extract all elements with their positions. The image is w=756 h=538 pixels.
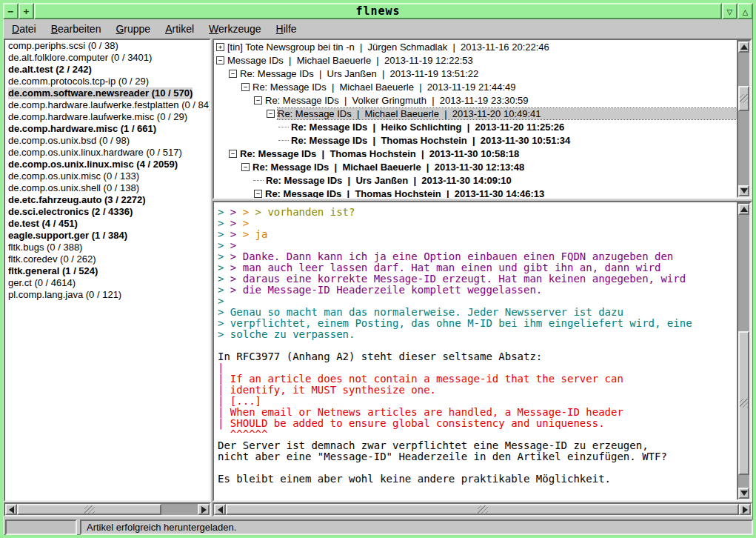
menu-item-datei[interactable]: Datei xyxy=(12,23,36,35)
collapse-icon[interactable]: − xyxy=(229,150,237,158)
newsgroup-label: de.alt.test (2 / 242) xyxy=(8,64,92,76)
newsgroup-row[interactable]: de.alt.folklore.computer (0 / 3401) xyxy=(5,52,210,64)
thread-row[interactable]: −Re: Message IDs | Volker Gringmuth | 20… xyxy=(214,93,737,107)
menu-item-bearbeiten[interactable]: Bearbeiten xyxy=(51,23,101,35)
newsgroup-row[interactable]: de.comp.hardware.laufwerke.misc (0 / 29) xyxy=(5,111,210,123)
newsgroup-row[interactable]: de.test (4 / 451) xyxy=(5,218,210,230)
newsgroup-row[interactable]: de.comp.os.unix.linux.misc (4 / 2059) xyxy=(5,159,210,170)
article-scroll-up-button[interactable] xyxy=(738,204,749,215)
article-vertical-scrollbar[interactable] xyxy=(737,202,751,500)
expand-icon[interactable]: + xyxy=(216,43,224,51)
arrow-down-icon xyxy=(740,188,748,193)
quoted-text: verpflichtet, einem Posting, das ohne M-… xyxy=(230,317,692,329)
newsgroup-row[interactable]: comp.periphs.scsi (0 / 38) xyxy=(5,40,210,52)
newsgroup-horizontal-scrollbar[interactable] xyxy=(4,502,211,517)
menu-item-artikel[interactable]: Artikel xyxy=(165,23,194,35)
thread-row[interactable]: −Message IDs | Michael Baeuerle | 2013-1… xyxy=(214,53,737,67)
thread-label: Re: Message IDs | Thomas Hochstein | 201… xyxy=(265,188,737,199)
thread-scroll-down-button[interactable] xyxy=(738,185,749,196)
thread-scroll-up-button[interactable] xyxy=(738,41,749,53)
thread-row[interactable]: −Re: Message IDs | Michael Baeuerle | 20… xyxy=(214,107,737,120)
menu-item-hilfe[interactable]: Hilfe xyxy=(276,23,297,35)
article-scrollbar-h-thumb[interactable] xyxy=(226,504,739,515)
statusbar: Artikel erfolgreich heruntergeladen. xyxy=(80,519,753,535)
thread-label: Re: Message IDs | Michael Baeuerle | 201… xyxy=(278,108,737,119)
newsgroup-row[interactable]: de.comp.os.unix.linux.hardware (0 / 517) xyxy=(5,147,210,159)
newsgroup-scroll-right-button[interactable] xyxy=(198,504,210,515)
newsgroup-label: de.sci.electronics (2 / 4336) xyxy=(8,206,133,218)
collapse-icon[interactable]: − xyxy=(229,70,237,78)
newsgroup-row[interactable]: de.etc.fahrzeug.auto (3 / 2272) xyxy=(5,194,210,206)
newsgroup-row[interactable]: de.comp.os.unix.misc (0 / 133) xyxy=(5,170,210,182)
newsgroup-row[interactable]: ger.ct (0 / 4614) xyxy=(5,277,210,289)
newsgroup-row[interactable]: pl.comp.lang.java (0 / 121) xyxy=(5,289,210,301)
quote-marker: > xyxy=(243,217,255,229)
quoted-text: Danke. Dann kann ich ja eine Option einb… xyxy=(243,250,674,262)
quoted-text: Genau so macht man das normalerweise. Je… xyxy=(230,306,623,318)
newsgroup-row[interactable]: de.comm.software.newsreader (10 / 570) xyxy=(5,87,210,99)
newsgroup-scroll-left-button[interactable] xyxy=(5,504,17,515)
thread-row[interactable]: −Re: Message IDs | Thomas Hochstein | 20… xyxy=(214,187,737,198)
menu-item-gruppe[interactable]: Gruppe xyxy=(116,23,150,35)
arrow-left-icon xyxy=(9,506,14,514)
thread-row[interactable]: −Re: Message IDs | Urs Janßen | 2013-11-… xyxy=(214,67,737,80)
newsgroup-row[interactable]: fltk.general (1 / 524) xyxy=(5,265,210,277)
window-raise-button[interactable]: △ xyxy=(737,3,753,19)
article-line: > > xyxy=(218,240,735,251)
quote-marker: > xyxy=(230,284,243,296)
newsgroup-row[interactable]: fltk.coredev (0 / 262) xyxy=(5,253,210,265)
quote-marker: > xyxy=(218,273,230,285)
newsgroup-label: de.comm.protocols.tcp-ip (0 / 29) xyxy=(8,76,149,87)
thread-scrollbar-thumb[interactable] xyxy=(738,86,749,111)
newsgroup-row[interactable]: eagle.support.ger (1 / 384) xyxy=(5,230,210,242)
newsgroup-label: de.comp.os.unix.misc (0 / 133) xyxy=(8,170,139,182)
newsgroup-row[interactable]: fltk.bugs (0 / 388) xyxy=(5,242,210,253)
thread-vertical-scrollbar[interactable] xyxy=(737,40,751,198)
thread-row[interactable]: Re: Message IDs | Heiko Schlichting | 20… xyxy=(214,120,737,133)
newsgroup-label: de.comm.software.newsreader (10 / 570) xyxy=(8,87,193,99)
article-line: > Genau so macht man das normalerweise. … xyxy=(218,307,735,318)
article-scroll-down-button[interactable] xyxy=(738,488,749,499)
article-scrollbar-thumb[interactable] xyxy=(738,331,749,475)
newsgroup-row[interactable]: de.sci.electronics (2 / 4336) xyxy=(5,206,210,218)
arrow-right-icon xyxy=(743,506,748,514)
newsgroup-scrollbar-thumb[interactable] xyxy=(17,504,161,515)
article-line: | identify, it MUST synthesize one. xyxy=(218,385,735,396)
collapse-icon[interactable]: − xyxy=(254,190,262,198)
article-text-segment: | [...] xyxy=(218,395,261,407)
quote-marker: > xyxy=(243,206,255,218)
scrollbar-grip-icon xyxy=(478,505,488,514)
collapse-icon[interactable]: − xyxy=(216,56,224,64)
quote-marker: > xyxy=(218,217,230,229)
thread-row[interactable]: Re: Message IDs | Urs Janßen | 2013-11-3… xyxy=(214,173,737,187)
shade-icon: ▽ xyxy=(727,6,733,17)
newsgroup-row[interactable]: de.alt.test (2 / 242) xyxy=(5,64,210,76)
newsgroup-row[interactable]: de.comp.hardware.laufwerke.festplatten (… xyxy=(5,99,210,111)
thread-row[interactable]: Re: Message IDs | Thomas Hochstein | 201… xyxy=(214,133,737,147)
collapse-icon[interactable]: − xyxy=(267,110,275,118)
menu-item-werkzeuge[interactable]: Werkzeuge xyxy=(209,23,261,35)
thread-row[interactable]: +[tin] Tote Newsgroup bei tin -n | Jürge… xyxy=(214,40,737,53)
article-line: In RFC3977 (Anhang A2) steht dieser selt… xyxy=(218,351,735,362)
thread-row[interactable]: −Re: Message IDs | Michael Baeuerle | 20… xyxy=(214,160,737,173)
thread-label: Re: Message IDs | Urs Janßen | 2013-11-1… xyxy=(240,68,737,79)
window-menu-button[interactable]: − xyxy=(3,3,19,19)
quote-marker: > xyxy=(255,206,268,218)
newsgroup-row[interactable]: de.comp.hardware.misc (1 / 661) xyxy=(5,123,210,135)
collapse-icon[interactable]: − xyxy=(254,96,262,104)
window-shade-button[interactable]: ▽ xyxy=(722,3,737,19)
window-maximize-button[interactable]: + xyxy=(19,3,34,19)
window-title[interactable]: flnews xyxy=(34,3,722,19)
newsgroup-row[interactable]: de.comp.os.unix.shell (0 / 138) xyxy=(5,182,210,194)
newsgroup-row[interactable]: de.comm.protocols.tcp-ip (0 / 29) xyxy=(5,76,210,87)
article-line xyxy=(218,340,735,351)
collapse-icon[interactable]: − xyxy=(241,83,250,91)
article-scroll-left-button[interactable] xyxy=(214,504,226,515)
collapse-icon[interactable]: − xyxy=(241,163,250,171)
newsgroup-label: de.comp.hardware.misc (1 / 661) xyxy=(8,123,156,135)
article-horizontal-scrollbar[interactable] xyxy=(213,502,752,517)
article-scroll-right-button[interactable] xyxy=(739,504,751,515)
thread-row[interactable]: −Re: Message IDs | Thomas Hochstein | 20… xyxy=(214,147,737,160)
newsgroup-row[interactable]: de.comp.os.unix.bsd (0 / 98) xyxy=(5,135,210,147)
thread-row[interactable]: −Re: Message IDs | Michael Baeuerle | 20… xyxy=(214,80,737,93)
